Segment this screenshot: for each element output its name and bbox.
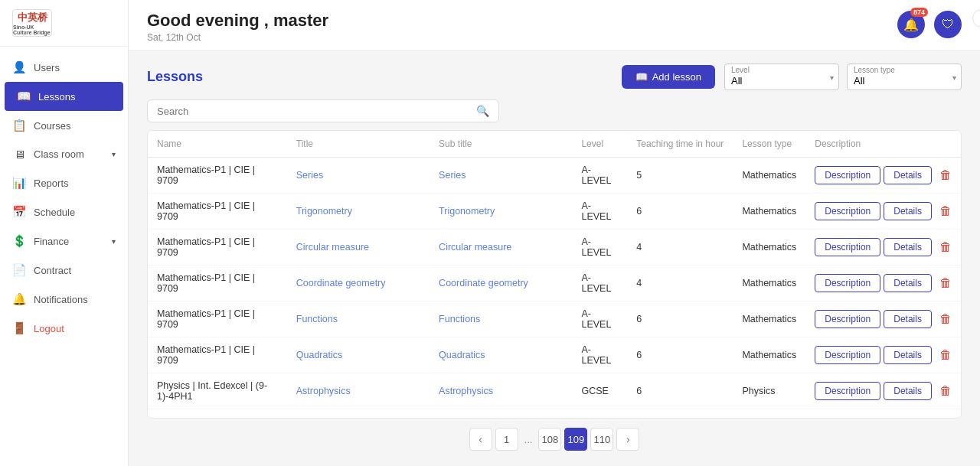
details-button[interactable]: Details [884, 202, 932, 220]
cell-actions: Description Details 🗑 [805, 337, 961, 373]
lesson-type-filter-label: Lesson type [854, 66, 895, 74]
details-button[interactable]: Details [884, 166, 932, 184]
sidebar-item-finance[interactable]: 💲 Finance ▾ [0, 226, 128, 256]
delete-button[interactable]: 🗑 [939, 348, 952, 362]
sidebar-item-reports[interactable]: 📊 Reports [0, 168, 128, 197]
cell-hours: 6 [627, 301, 733, 337]
subtitle-link[interactable]: Astrophysics [439, 386, 493, 396]
subtitle-link[interactable]: Quadratics [439, 350, 485, 360]
description-button[interactable]: Description [815, 274, 880, 292]
cell-name: Mathematics-P1 | CIE | 9709 [148, 337, 287, 373]
subtitle-link[interactable]: Series [439, 170, 466, 181]
col-level: Level [572, 131, 627, 158]
cell-subtitle: Series [430, 158, 572, 194]
title-link[interactable]: Trigonometry [296, 206, 352, 217]
lessons-table-wrap: Name Title Sub title Level Teaching time… [147, 130, 962, 419]
sidebar-item-schedule[interactable]: 📅 Schedule [0, 197, 128, 226]
cell-subtitle: Coordinate geometry [430, 266, 572, 301]
pagination-page-108[interactable]: 108 [538, 428, 561, 451]
pagination-prev[interactable]: ‹ [469, 428, 492, 451]
details-button[interactable]: Details [884, 310, 932, 328]
delete-button[interactable]: 🗑 [939, 384, 952, 398]
date-text: Sat, 12th Oct [147, 32, 328, 43]
pagination-dots: ... [521, 434, 536, 445]
pagination-page-110[interactable]: 110 [590, 428, 613, 451]
add-lesson-label: Add lesson [652, 71, 701, 83]
table-row: Physics | Int. Edexcel | (9-1)-4PH1 Astr… [148, 373, 961, 409]
title-link[interactable]: Circular measure [296, 242, 369, 253]
title-link[interactable]: Astrophysics [296, 386, 351, 396]
notification-badge: 874 [910, 8, 928, 17]
pagination-page-109[interactable]: 109 [564, 428, 587, 451]
subtitle-link[interactable]: Trigonometry [439, 206, 495, 217]
chevron-down-icon-finance: ▾ [112, 237, 116, 246]
level-filter-label: Level [731, 66, 750, 74]
cell-level: A-LEVEL [572, 266, 627, 301]
subtitle-link[interactable]: Circular measure [439, 242, 511, 253]
cell-type: Mathematics [733, 230, 805, 266]
details-button[interactable]: Details [884, 346, 932, 364]
description-button[interactable]: Description [815, 202, 880, 220]
description-button[interactable]: Description [815, 238, 880, 256]
details-button[interactable]: Details [884, 274, 932, 292]
cell-title: Trigonometry [287, 194, 430, 230]
cell-level: GCSE [572, 409, 627, 419]
table-row: Mathematics-P1 | CIE | 9709 Trigonometry… [148, 194, 961, 230]
table-body: Mathematics-P1 | CIE | 9709 Series Serie… [148, 158, 961, 419]
sidebar-item-courses[interactable]: 📋 Courses [0, 111, 128, 140]
table-row: Mathematics-P1 | CIE | 9709 Circular mea… [148, 230, 961, 266]
title-link[interactable]: Quadratics [296, 350, 342, 360]
sidebar-item-contract[interactable]: 📄 Contract [0, 256, 128, 285]
details-button[interactable]: Details [884, 238, 932, 256]
cell-level: A-LEVEL [572, 230, 627, 266]
schedule-icon: 📅 [12, 205, 26, 219]
pagination-next[interactable]: › [616, 428, 639, 451]
description-button[interactable]: Description [815, 310, 880, 328]
sidebar-item-logout[interactable]: 🚪 Logout [0, 314, 128, 343]
level-filter-wrap: Level All A-LEVEL GCSE ▾ [724, 64, 839, 90]
sidebar-item-notifications[interactable]: 🔔 Notifications [0, 285, 128, 314]
cell-name: Physics | Int. Edexcel | (9-1)-4PH1 [148, 373, 287, 409]
cell-type: Physics [733, 373, 805, 409]
subtitle-link[interactable]: Coordinate geometry [439, 278, 528, 288]
col-subtitle: Sub title [430, 131, 572, 158]
controls-right: 📖 Add lesson Level All A-LEVEL GCSE ▾ [622, 64, 962, 90]
sidebar-item-classroom[interactable]: 🖥 Class room ▾ [0, 140, 128, 168]
details-button[interactable]: Details [884, 382, 932, 400]
description-button[interactable]: Description [815, 382, 880, 400]
cell-subtitle: Circular measure [430, 230, 572, 266]
add-lesson-button[interactable]: 📖 Add lesson [622, 65, 715, 89]
subtitle-link[interactable]: Functions [439, 314, 480, 324]
search-input[interactable] [157, 106, 470, 117]
col-description: Description [805, 131, 961, 158]
title-link[interactable]: Coordinate geometry [296, 278, 386, 288]
delete-button[interactable]: 🗑 [939, 276, 952, 290]
cell-type: Mathematics [733, 158, 805, 194]
delete-button[interactable]: 🗑 [939, 204, 952, 218]
cell-level: A-LEVEL [572, 337, 627, 373]
settings-btn[interactable]: 🛡 [934, 11, 962, 38]
cell-name: Mathematics-P1 | CIE | 9709 [148, 158, 287, 194]
sidebar-item-lessons[interactable]: 📖 Lessons [5, 82, 123, 111]
description-button[interactable]: Description [815, 166, 880, 184]
page-title: Lessons [147, 69, 203, 85]
cell-type: Mathematics [733, 337, 805, 373]
cell-title: Radioactivity and particles [287, 409, 430, 419]
cell-type: Mathematics [733, 266, 805, 301]
description-button[interactable]: Description [815, 346, 880, 364]
delete-button[interactable]: 🗑 [939, 312, 952, 326]
cell-level: GCSE [572, 373, 627, 409]
delete-button[interactable]: 🗑 [939, 240, 952, 254]
pagination-page-1[interactable]: 1 [495, 428, 518, 451]
sidebar-item-users[interactable]: 👤 Users [0, 53, 128, 82]
sidebar-item-label-reports: Reports [34, 178, 69, 189]
cell-title: Functions [287, 301, 430, 337]
sidebar-item-label-courses: Courses [34, 120, 70, 132]
cell-subtitle: Radioactivity and particles [430, 409, 572, 419]
cell-type: Mathematics [733, 194, 805, 230]
notification-btn[interactable]: 🔔 874 [897, 11, 925, 38]
title-link[interactable]: Functions [296, 314, 338, 324]
finance-icon: 💲 [12, 234, 26, 248]
title-link[interactable]: Series [296, 170, 323, 181]
delete-button[interactable]: 🗑 [939, 168, 952, 182]
